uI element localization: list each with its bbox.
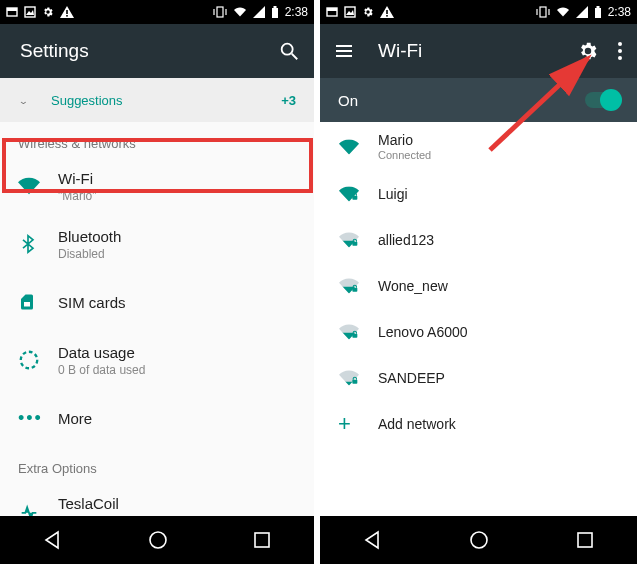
menu-icon[interactable] xyxy=(334,41,354,61)
back-button[interactable] xyxy=(362,529,384,551)
bluetooth-sub: Disabled xyxy=(58,247,296,261)
data-sub: 0 B of data used xyxy=(58,363,296,377)
settings-title: Settings xyxy=(20,40,278,62)
more-row[interactable]: ••• More xyxy=(0,389,314,447)
wifi-status-icon xyxy=(556,6,570,18)
more-title: More xyxy=(58,410,296,427)
network-row[interactable]: Wone_new xyxy=(320,263,637,309)
search-icon[interactable] xyxy=(278,40,300,62)
wifi-sub: "Mario" xyxy=(58,189,296,203)
svg-point-19 xyxy=(150,532,166,548)
svg-rect-16 xyxy=(24,302,30,307)
wifi-toolbar: Wi-Fi xyxy=(320,24,637,78)
gear-icon xyxy=(362,6,374,18)
network-row[interactable]: Luigi xyxy=(320,171,637,217)
bluetooth-title: Bluetooth xyxy=(58,228,296,245)
data-row[interactable]: Data usage0 B of data used xyxy=(0,331,314,389)
sim-row[interactable]: SIM cards xyxy=(0,273,314,331)
network-name: Mario xyxy=(378,132,431,148)
add-network-label: Add network xyxy=(378,416,456,432)
svg-marker-48 xyxy=(366,532,378,548)
svg-rect-22 xyxy=(327,8,337,11)
svg-marker-24 xyxy=(346,10,354,15)
svg-rect-28 xyxy=(540,7,546,17)
wifi-icon xyxy=(18,175,58,197)
more-icon: ••• xyxy=(18,408,58,429)
tesla-row[interactable]: TeslaCoilCustomize your device xyxy=(0,482,314,516)
add-network-row[interactable]: + Add network xyxy=(320,401,637,447)
network-row[interactable]: allied123 xyxy=(320,217,637,263)
plus-icon: + xyxy=(338,411,378,437)
recents-button[interactable] xyxy=(575,530,595,550)
svg-rect-34 xyxy=(596,6,599,8)
svg-text:R: R xyxy=(253,7,258,13)
wifi-signal-icon xyxy=(338,230,378,250)
svg-rect-7 xyxy=(217,7,223,17)
data-icon xyxy=(18,349,58,371)
wifi-signal-icon xyxy=(338,276,378,296)
wifi-screen-title: Wi-Fi xyxy=(378,40,577,62)
home-button[interactable] xyxy=(468,529,490,551)
card-icon xyxy=(6,6,18,18)
network-name: Lenovo A6000 xyxy=(378,324,468,340)
svg-rect-33 xyxy=(595,8,601,18)
wifi-screen: R 2:38 Wi-Fi On MarioConnected Luigi xyxy=(320,0,637,564)
signal-icon: R xyxy=(576,6,588,18)
sim-title: SIM cards xyxy=(58,294,296,311)
wifi-toggle[interactable] xyxy=(585,92,619,108)
recents-button[interactable] xyxy=(252,530,272,550)
battery-icon xyxy=(271,6,279,18)
wifi-row[interactable]: Wi-Fi"Mario" xyxy=(0,157,314,215)
wireless-header: Wireless & networks xyxy=(0,122,314,157)
sim-icon xyxy=(18,291,58,313)
svg-point-14 xyxy=(282,44,293,55)
status-bar: R 2:38 xyxy=(0,0,314,24)
network-name: allied123 xyxy=(378,232,434,248)
network-name: Luigi xyxy=(378,186,408,202)
svg-rect-13 xyxy=(273,6,276,8)
svg-point-49 xyxy=(471,532,487,548)
settings-gear-icon[interactable] xyxy=(577,40,599,62)
wifi-signal-icon xyxy=(338,184,378,204)
card-icon xyxy=(326,6,338,18)
wifi-signal-icon xyxy=(338,137,378,157)
tesla-title: TeslaCoil xyxy=(58,495,296,512)
clock: 2:38 xyxy=(285,5,308,19)
signal-icon: R xyxy=(253,6,265,18)
extra-header: Extra Options xyxy=(0,447,314,482)
image-icon xyxy=(344,6,356,18)
battery-icon xyxy=(594,6,602,18)
network-row[interactable]: SANDEEP xyxy=(320,355,637,401)
svg-rect-41 xyxy=(352,196,357,200)
svg-point-38 xyxy=(618,42,622,46)
svg-rect-45 xyxy=(352,380,357,384)
warning-icon xyxy=(380,6,394,18)
overflow-icon[interactable] xyxy=(617,41,623,61)
back-button[interactable] xyxy=(42,529,64,551)
suggestions-row[interactable]: ⌄ Suggestions +3 xyxy=(0,78,314,122)
gear-icon xyxy=(42,6,54,18)
svg-rect-20 xyxy=(255,533,269,547)
status-bar: R 2:38 xyxy=(320,0,637,24)
network-row[interactable]: MarioConnected xyxy=(320,122,637,171)
clock: 2:38 xyxy=(608,5,631,19)
svg-rect-5 xyxy=(66,10,68,14)
nav-bar xyxy=(320,516,637,564)
network-row[interactable]: Lenovo A6000 xyxy=(320,309,637,355)
nav-bar xyxy=(0,516,314,564)
svg-rect-43 xyxy=(352,288,357,292)
wifi-signal-icon xyxy=(338,368,378,388)
settings-content: ⌄ Suggestions +3 Wireless & networks Wi-… xyxy=(0,78,314,516)
bluetooth-row[interactable]: BluetoothDisabled xyxy=(0,215,314,273)
bluetooth-icon xyxy=(18,233,58,255)
settings-toolbar: Settings xyxy=(0,24,314,78)
svg-point-17 xyxy=(21,352,38,369)
warning-icon xyxy=(60,6,74,18)
data-title: Data usage xyxy=(58,344,296,361)
wifi-list: MarioConnected Luigi allied123 Wone_new … xyxy=(320,122,637,516)
svg-marker-3 xyxy=(26,10,34,15)
image-icon xyxy=(24,6,36,18)
wifi-status-icon xyxy=(233,6,247,18)
home-button[interactable] xyxy=(147,529,169,551)
network-name: SANDEEP xyxy=(378,370,445,386)
